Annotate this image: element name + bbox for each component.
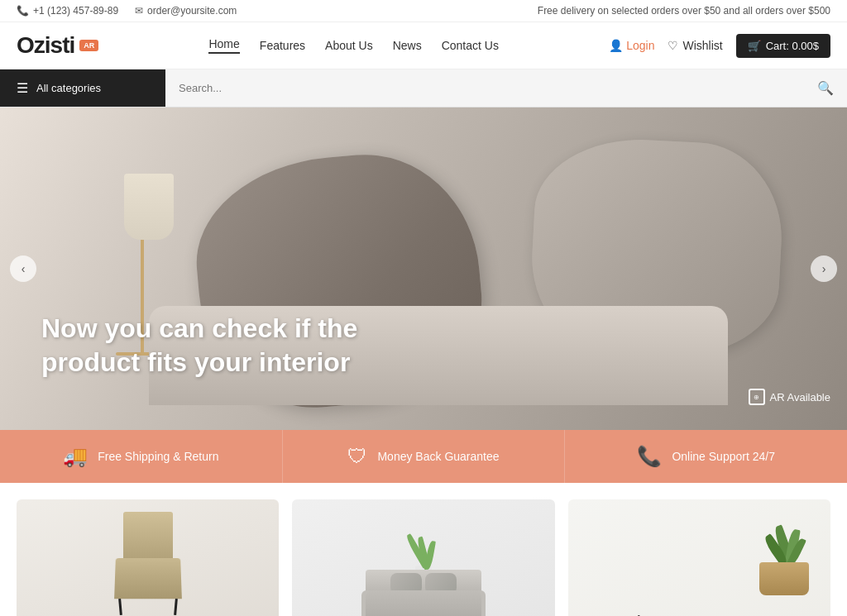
main-nav: Home Features About Us News Contact Us xyxy=(208,37,498,54)
ar-label: AR Available xyxy=(770,391,830,404)
chair-back xyxy=(123,512,173,561)
ar-badge: ⊕ AR Available xyxy=(749,389,830,405)
product-card-accessories[interactable]: Accessories xyxy=(568,499,830,616)
hero-section: ‹ Now you can check if the product fits … xyxy=(0,107,847,430)
nav-about[interactable]: About Us xyxy=(325,39,373,52)
header-right: 👤 Login ♡ Wishlist 🛒 Cart: 0.00$ xyxy=(609,34,830,58)
chair-seat xyxy=(114,558,182,599)
search-icon-button[interactable]: 🔍 xyxy=(804,69,847,107)
features-bar: 🚚 Free Shipping & Return 🛡 Money Back Gu… xyxy=(0,430,847,483)
logo[interactable]: Ozisti AR xyxy=(17,32,98,59)
cart-button[interactable]: 🛒 Cart: 0.00$ xyxy=(736,34,830,58)
cart-icon: 🛒 xyxy=(748,40,761,52)
accessories-label: Accessories xyxy=(581,613,654,616)
nav-features[interactable]: Features xyxy=(260,39,305,52)
sofa-illustration xyxy=(357,566,490,616)
all-categories-button[interactable]: ☰ All categories xyxy=(0,69,165,107)
chevron-left-icon: ‹ xyxy=(22,262,26,275)
login-button[interactable]: 👤 Login xyxy=(609,39,654,52)
email-contact: ✉ order@yoursite.com xyxy=(135,5,237,17)
phone-icon: 📞 xyxy=(17,5,29,17)
search-input[interactable] xyxy=(165,71,804,105)
shield-icon: 🛡 xyxy=(347,445,367,468)
hero-prev-button[interactable]: ‹ xyxy=(10,255,36,282)
logo-text: Ozisti xyxy=(17,32,74,59)
shipping-icon: 🚚 xyxy=(63,445,88,468)
header: Ozisti AR Home Features About Us News Co… xyxy=(0,22,847,69)
product-card-sofa[interactable] xyxy=(292,499,554,616)
chevron-right-icon: › xyxy=(822,262,826,275)
plant-pot xyxy=(759,562,809,595)
plant-leaves xyxy=(751,509,817,566)
feature-shipping: 🚚 Free Shipping & Return xyxy=(0,430,283,483)
feature-money-back-label: Money Back Guarantee xyxy=(377,450,499,463)
hero-title: Now you can check if the product fits yo… xyxy=(41,312,414,380)
email-icon: ✉ xyxy=(135,5,143,17)
wishlist-button[interactable]: ♡ Wishlist xyxy=(668,39,722,52)
plant-illustration xyxy=(751,513,817,595)
sofa-body xyxy=(366,590,481,616)
hero-content: Now you can check if the product fits yo… xyxy=(0,312,414,430)
logo-ar-badge: AR xyxy=(79,40,98,51)
product-card-chair[interactable] xyxy=(17,499,279,616)
feature-support-label: Online Support 24/7 xyxy=(672,450,775,463)
top-bar: 📞 +1 (123) 457-89-89 ✉ order@yoursite.co… xyxy=(0,0,847,22)
delivery-notice: Free delivery on selected orders over $5… xyxy=(538,5,830,17)
heart-icon: ♡ xyxy=(668,39,678,52)
chair-legs xyxy=(115,595,181,615)
chair-illustration xyxy=(107,524,189,615)
search-bar: ☰ All categories 🔍 xyxy=(0,69,847,107)
lamp-shade xyxy=(124,174,174,240)
nav-news[interactable]: News xyxy=(393,39,422,52)
vase-plant xyxy=(399,516,448,570)
phone-support-icon: 📞 xyxy=(637,445,662,468)
hamburger-icon: ☰ xyxy=(17,80,28,96)
feature-shipping-label: Free Shipping & Return xyxy=(98,450,218,463)
feature-money-back: 🛡 Money Back Guarantee xyxy=(283,430,566,483)
ar-icon: ⊕ xyxy=(749,389,765,405)
nav-contact[interactable]: Contact Us xyxy=(442,39,499,52)
top-bar-left: 📞 +1 (123) 457-89-89 ✉ order@yoursite.co… xyxy=(17,5,237,17)
product-grid: Accessories xyxy=(0,483,847,616)
hero-next-button[interactable]: › xyxy=(811,255,837,282)
phone-contact: 📞 +1 (123) 457-89-89 xyxy=(17,5,118,17)
user-icon: 👤 xyxy=(609,39,623,52)
feature-support: 📞 Online Support 24/7 xyxy=(565,430,847,483)
nav-home[interactable]: Home xyxy=(208,37,239,54)
